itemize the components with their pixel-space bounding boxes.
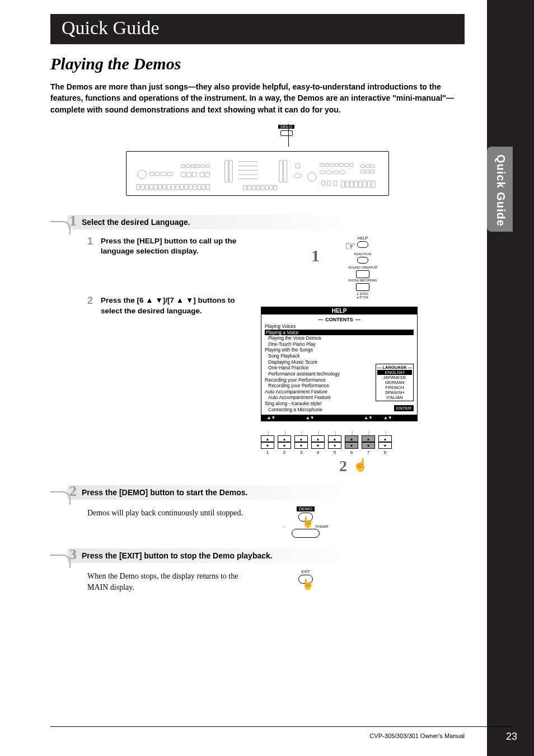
demo-button-diagram: DEMO ☝ ○FINDER	[283, 506, 328, 538]
svg-point-37	[333, 171, 339, 174]
step-3: 3 Press the [EXIT] button to stop the De…	[50, 548, 465, 593]
substep-number: 1	[87, 236, 95, 256]
page-content: Quick Guide Playing the Demos The Demos …	[0, 0, 487, 756]
svg-rect-55	[180, 184, 184, 190]
svg-rect-61	[207, 184, 210, 190]
step-title: Select the desired Language.	[82, 218, 190, 227]
svg-point-38	[340, 171, 345, 174]
svg-rect-78	[363, 181, 367, 188]
footer: CVP-305/303/301 Owner's Manual	[369, 732, 465, 739]
svg-rect-33	[345, 163, 349, 166]
svg-rect-4	[167, 172, 173, 176]
svg-rect-57	[189, 184, 193, 190]
svg-point-27	[307, 172, 316, 181]
svg-rect-63	[248, 185, 251, 190]
svg-rect-76	[354, 181, 358, 188]
demo-label: DEMO	[278, 125, 294, 129]
svg-rect-79	[367, 181, 371, 188]
svg-rect-66	[261, 185, 264, 190]
chapter-header: Quick Guide	[50, 14, 465, 44]
svg-rect-67	[265, 185, 269, 190]
hand-icon: ☝	[353, 458, 368, 472]
finder-label: FINDER	[316, 525, 328, 528]
step-title: Press the [EXIT] button to stop the Demo…	[82, 551, 273, 560]
svg-rect-32	[340, 163, 344, 166]
svg-rect-69	[274, 185, 277, 190]
help-label: HELP	[324, 236, 402, 240]
svg-rect-9	[201, 165, 205, 167]
svg-rect-47	[146, 184, 149, 190]
svg-rect-72	[334, 181, 337, 186]
song-style-label: ▸ SONG▸ STYLE	[324, 292, 402, 299]
svg-rect-70	[322, 181, 325, 186]
svg-rect-14	[200, 172, 204, 177]
svg-rect-25	[296, 163, 300, 168]
hand-icon: ☝	[302, 516, 314, 528]
exit-button-diagram: EXIT ☝	[283, 570, 328, 584]
svg-rect-45	[137, 184, 140, 190]
substep-text: Press the [6 ▲ ▼]/[7 ▲ ▼] buttons to sel…	[101, 295, 244, 316]
svg-rect-42	[361, 170, 365, 173]
svg-rect-34	[349, 163, 353, 166]
callout-number-1: 1	[311, 246, 320, 265]
help-button-diagram: 1 HELP ☜ FUNCTION SOUND CREATOR DIGITAL …	[324, 236, 402, 299]
svg-rect-17	[229, 161, 232, 182]
svg-rect-46	[141, 184, 144, 190]
svg-rect-54	[176, 184, 179, 190]
help-screen: HELP —CONTENTS— Playing VoicesPlaying a …	[261, 307, 418, 421]
side-tab-dark	[487, 0, 534, 756]
svg-rect-73	[341, 181, 345, 188]
sound-creator-label: SOUND CREATOR	[324, 266, 402, 269]
svg-rect-39	[361, 165, 365, 167]
contents-label: —CONTENTS—	[265, 317, 414, 322]
svg-rect-7	[191, 165, 195, 167]
svg-rect-58	[193, 184, 196, 190]
language-box: — LANGUAGE — ENGLISHJAPANESEGERMANFRENCH…	[376, 364, 414, 401]
svg-point-35	[320, 171, 326, 174]
svg-rect-56	[185, 184, 188, 190]
svg-rect-6	[186, 165, 190, 167]
number-button-row: ┊▲▼1┊▲▼2┊▲▼3┊▲▼4┊▲▼5┊▲▼6┊▲▼7┊▲▼8	[261, 433, 465, 455]
section-title: Playing the Demos	[50, 54, 465, 73]
hand-icon: ☝	[302, 578, 314, 590]
svg-rect-40	[366, 165, 369, 167]
svg-rect-50	[158, 184, 162, 190]
svg-rect-49	[154, 184, 157, 190]
manual-title: CVP-305/303/301 Owner's Manual	[369, 732, 465, 739]
svg-rect-65	[256, 185, 260, 190]
intro-paragraph: The Demos are more than just songs—they …	[50, 81, 465, 115]
callout-number-2: 2	[339, 457, 347, 475]
svg-rect-29	[325, 163, 329, 166]
step-number: 1	[69, 213, 77, 229]
svg-rect-23	[279, 161, 283, 182]
svg-rect-28	[320, 163, 324, 166]
svg-rect-62	[243, 185, 247, 190]
step-2: 2 Press the [DEMO] button to start the D…	[50, 485, 465, 538]
svg-rect-59	[198, 184, 201, 190]
step-number: 2	[69, 483, 77, 500]
svg-point-36	[326, 171, 332, 174]
svg-rect-43	[366, 170, 369, 173]
instrument-panel-diagram: DEMO	[126, 124, 389, 203]
substep-1-1: 1 Press the [HELP] button to call up the…	[87, 236, 244, 256]
demo-button-icon	[280, 130, 293, 136]
hand-icon: ☜	[345, 239, 356, 253]
svg-rect-30	[330, 163, 334, 166]
svg-rect-68	[269, 185, 273, 190]
svg-rect-44	[371, 170, 374, 173]
svg-rect-16	[225, 161, 228, 182]
step-title: Press the [DEMO] button to start the Dem…	[82, 488, 247, 497]
step-1: 1 Select the desired Language. 1 Press t…	[50, 215, 465, 476]
substep-1-2: 2 Press the [6 ▲ ▼]/[7 ▲ ▼] buttons to s…	[87, 295, 244, 316]
svg-rect-60	[202, 184, 205, 190]
svg-rect-52	[167, 184, 171, 190]
svg-rect-1	[150, 172, 154, 176]
enter-button: ENTER	[394, 405, 414, 411]
svg-rect-10	[206, 165, 210, 167]
svg-rect-13	[192, 172, 196, 177]
svg-rect-64	[252, 185, 255, 190]
exit-label: EXIT	[283, 570, 328, 574]
substep-text: Press the [HELP] button to call up the l…	[101, 236, 244, 256]
function-label: FUNCTION	[324, 252, 402, 256]
svg-rect-75	[350, 181, 353, 188]
